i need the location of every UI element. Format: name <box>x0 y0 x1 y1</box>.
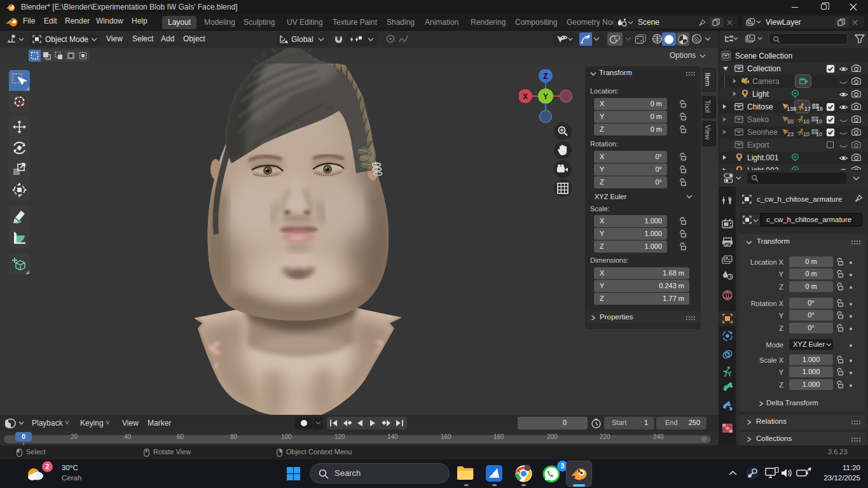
svg-text:X: X <box>523 92 528 101</box>
svg-text:Z: Z <box>543 72 548 81</box>
svg-text:Y: Y <box>543 92 548 101</box>
